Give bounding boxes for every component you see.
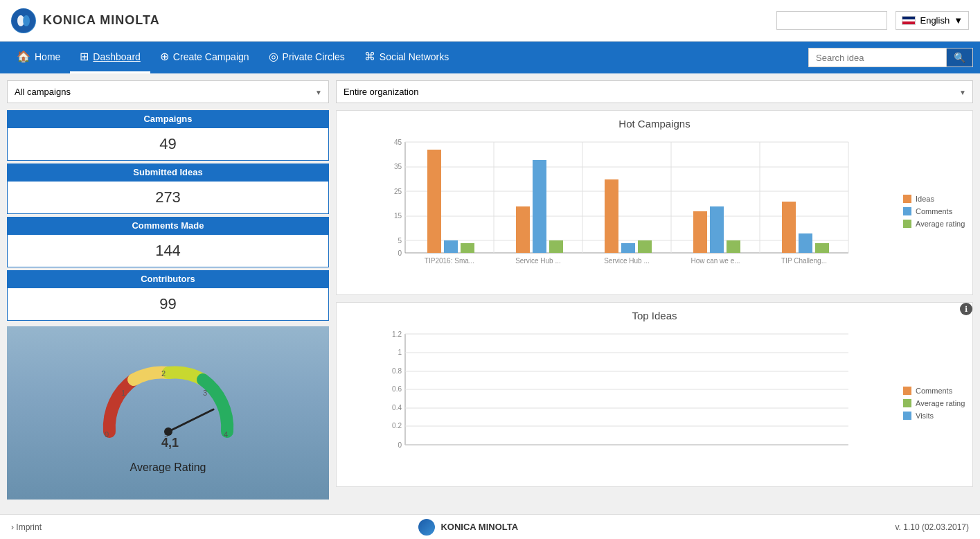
top-ideas-container: 1.2 1 0.8 0.6 0.4 0.2 0 Comments (344, 327, 965, 479)
logo-icon (11, 8, 36, 33)
nav-home-label: Home (35, 51, 60, 62)
avg-rating-color (903, 220, 911, 228)
footer: › Imprint KONICA MINOLTA v. 1.10 (02.03.… (0, 514, 980, 539)
svg-text:0: 0 (105, 430, 109, 439)
svg-rect-29 (427, 150, 441, 253)
footer-center: KONICA MINOLTA (418, 519, 518, 536)
svg-rect-35 (605, 179, 618, 253)
svg-rect-34 (549, 240, 563, 253)
svg-rect-39 (710, 206, 724, 253)
hot-campaigns-chart: Hot Campaigns (336, 110, 973, 295)
campaigns-label: Campaigns (7, 110, 329, 127)
submitted-ideas-stat: Submitted Ideas 273 (7, 164, 329, 214)
legend-ti-comments-label: Comments (916, 387, 952, 395)
campaigns-value: 49 (7, 127, 329, 161)
svg-text:2: 2 (161, 369, 166, 378)
nav-dashboard[interactable]: ⊞ Dashboard (70, 42, 150, 73)
nav-dashboard-label: Dashboard (93, 51, 141, 62)
gauge-wrap: 0 1 2 3 4 5 4,1 Average Rating (92, 352, 244, 474)
campaigns-stat: Campaigns 49 (7, 110, 329, 161)
dashboard-icon: ⊞ (80, 50, 89, 63)
ideas-color (903, 195, 911, 203)
svg-text:15: 15 (394, 212, 402, 220)
nav-social-networks-label: Social Networks (380, 51, 449, 62)
top-ideas-legend: Comments Average rating Visits (896, 327, 965, 479)
home-icon: 🏠 (17, 50, 30, 63)
svg-rect-37 (638, 240, 652, 253)
top-ideas-main: 1.2 1 0.8 0.6 0.4 0.2 0 (344, 327, 896, 479)
campaign-filter-select[interactable]: All campaigns (7, 80, 329, 103)
svg-rect-31 (461, 243, 474, 253)
svg-rect-40 (727, 240, 740, 253)
header-right: English ▼ (776, 11, 969, 30)
footer-logo-text: KONICA MINOLTA (440, 522, 518, 532)
footer-left: › Imprint (11, 522, 42, 532)
nav-private-circles-label: Private Circles (283, 51, 345, 62)
logo-text: KONICA MINOLTA (43, 13, 160, 28)
hot-campaigns-legend: Ideas Comments Average rating (896, 135, 965, 288)
left-panel: All campaigns Campaigns 49 Submitted Ide… (7, 80, 329, 507)
gauge-title: Average Rating (130, 461, 206, 474)
svg-text:0.6: 0.6 (392, 385, 402, 393)
logo: KONICA MINOLTA (11, 8, 160, 33)
submitted-ideas-value: 273 (7, 181, 329, 214)
svg-text:TIP2016: Sma...: TIP2016: Sma... (425, 257, 474, 265)
create-campaign-icon: ⊕ (160, 50, 169, 63)
navigation: 🏠 Home ⊞ Dashboard ⊕ Create Campaign ◎ P… (0, 42, 980, 73)
svg-text:Service Hub ...: Service Hub ... (515, 257, 561, 265)
org-filter-select[interactable]: Entire organization (336, 80, 973, 103)
nav-private-circles[interactable]: ◎ Private Circles (259, 42, 355, 73)
legend-comments: Comments (903, 207, 965, 215)
svg-text:3: 3 (203, 389, 207, 397)
info-icon[interactable]: ℹ (960, 303, 972, 315)
campaign-filter-row: All campaigns (7, 80, 329, 103)
svg-point-10 (164, 427, 172, 436)
svg-text:4: 4 (224, 430, 228, 439)
legend-avg-rating: Average rating (903, 220, 965, 228)
comments-value: 144 (7, 234, 329, 267)
comments-color (903, 207, 911, 215)
nav-search-input[interactable] (808, 48, 947, 67)
org-filter-wrap: Entire organization (336, 80, 973, 103)
social-networks-icon: ⌘ (364, 50, 375, 63)
svg-text:How can we e...: How can we e... (691, 257, 740, 265)
svg-text:5: 5 (398, 237, 402, 245)
svg-text:0.8: 0.8 (392, 367, 402, 375)
svg-text:1.2: 1.2 (392, 330, 402, 338)
svg-text:1: 1 (121, 389, 125, 397)
header-search-input[interactable] (776, 11, 887, 30)
svg-rect-32 (516, 206, 530, 253)
svg-text:0.4: 0.4 (392, 404, 402, 412)
svg-text:0.2: 0.2 (392, 422, 402, 430)
main-content: All campaigns Campaigns 49 Submitted Ide… (0, 73, 980, 514)
svg-rect-38 (693, 211, 707, 253)
legend-ti-comments: Comments (903, 387, 965, 395)
svg-text:0: 0 (398, 249, 402, 257)
top-ideas-title: Top Ideas (344, 310, 965, 321)
nav-create-campaign[interactable]: ⊕ Create Campaign (150, 42, 259, 73)
imprint-link[interactable]: Imprint (16, 522, 42, 532)
nav-create-campaign-label: Create Campaign (173, 51, 249, 62)
legend-ideas: Ideas (903, 195, 965, 203)
campaign-filter-wrap: All campaigns (7, 80, 329, 103)
legend-ti-visits: Visits (903, 412, 965, 420)
header: KONICA MINOLTA English ▼ (0, 0, 980, 42)
legend-ti-avg-rating: Average rating (903, 399, 965, 407)
contributors-value: 99 (7, 288, 329, 321)
svg-point-2 (23, 15, 30, 26)
svg-rect-33 (533, 160, 546, 253)
lang-label: English (920, 15, 950, 26)
version-text: v. 1.10 (02.03.2017) (895, 522, 969, 532)
svg-text:35: 35 (394, 163, 402, 170)
svg-rect-42 (799, 233, 812, 253)
svg-rect-43 (815, 243, 829, 253)
chevron-down-icon: ▼ (954, 15, 963, 26)
svg-text:TIP Challeng...: TIP Challeng... (781, 257, 827, 265)
language-selector[interactable]: English ▼ (896, 11, 969, 30)
contributors-label: Contributors (7, 270, 329, 288)
nav-social-networks[interactable]: ⌘ Social Networks (355, 42, 458, 73)
nav-search-button[interactable]: 🔍 (947, 48, 973, 67)
nav-search-area: 🔍 (808, 48, 973, 67)
nav-home[interactable]: 🏠 Home (7, 42, 70, 73)
flag-icon (902, 16, 916, 25)
